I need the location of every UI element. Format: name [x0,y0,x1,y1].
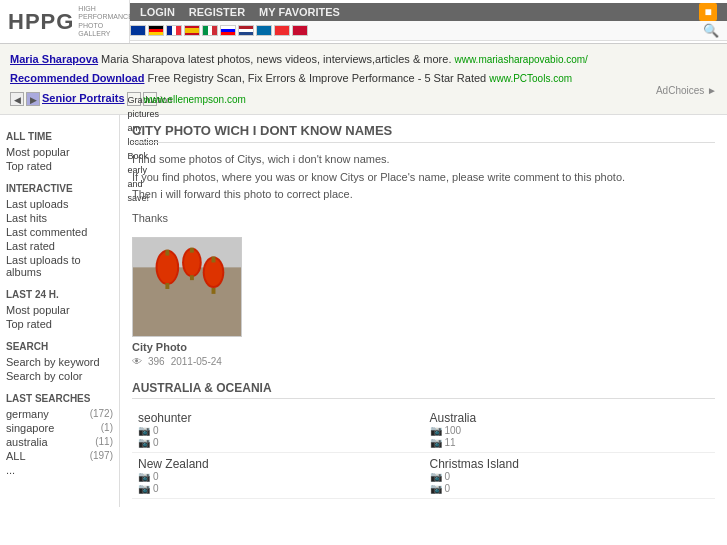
photo-stat-icon: 📷 [430,471,442,482]
svg-rect-5 [165,284,169,290]
sidebar-item-top-rated[interactable]: Top rated [6,159,113,173]
stat-val-5: 0 [153,471,159,482]
flag-se[interactable] [256,25,272,36]
country-name[interactable]: Australia [430,411,710,425]
all-time-title: ALL TIME [6,131,113,142]
ad-text-2: Free Registry Scan, Fix Errors & Improve… [148,72,487,84]
ad-prev-button[interactable]: ◀ [10,92,24,106]
sidebar: ALL TIME Most popular Top rated INTERACT… [0,115,120,507]
photo-date: 2011-05-24 [171,356,222,367]
last-searches-title: LAST SEARCHES [6,393,113,404]
country-stats: 📷 0 📷 0 [430,471,710,494]
search-count-australia: (11) [95,436,113,448]
flag-gb[interactable] [130,25,146,36]
flag-de[interactable] [148,25,164,36]
desc-line-3: Then i will forward this photo to correc… [132,186,715,204]
city-photo-image [133,237,241,337]
nav-register[interactable]: REGISTER [189,6,245,18]
header: HPPG HIGH PERFORMANCE PHOTO GALLERY LOGI… [0,0,727,44]
rss-icon[interactable]: ■ [699,3,717,21]
sidebar-item-last-uploads-albums[interactable]: Last uploads to albums [6,253,113,279]
last24-title: LAST 24 H. [6,289,113,300]
nav-login[interactable]: LOGIN [140,6,175,18]
ad-choices: AdChoices ► [656,82,717,99]
desc-line-2: If you find photos, where you was or kno… [132,169,715,187]
search-item-more[interactable]: ... [6,464,15,476]
photo-meta: 👁 396 2011-05-24 [132,356,252,367]
photo-views: 396 [148,356,165,367]
sidebar-item-last-commented[interactable]: Last commented [6,225,113,239]
flag-no[interactable] [274,25,290,36]
flags-row: 🔍 [130,21,727,41]
stat-row: 📷 100 [430,425,710,436]
sidebar-item-last-hits[interactable]: Last hits [6,211,113,225]
photo-thumb[interactable]: City Photo 👁 396 2011-05-24 [132,237,252,367]
search-item-germany[interactable]: germany [6,408,49,420]
sidebar-item-last-rated[interactable]: Last rated [6,239,113,253]
ad-link-2[interactable]: Recommended Download [10,72,144,84]
search-item: australia (11) [6,435,113,449]
search-item-singapore[interactable]: singapore [6,422,54,434]
table-row: New Zealand 📷 0 📷 0 [132,453,715,499]
ad-item-2: Recommended Download Free Registry Scan,… [10,69,717,88]
search-item-all[interactable]: ALL [6,450,26,462]
stat-row: 📷 0 [430,471,710,482]
svg-rect-8 [190,248,194,253]
search-item-australia[interactable]: australia [6,436,48,448]
flag-ru[interactable] [220,25,236,36]
sidebar-item-search-color[interactable]: Search by color [6,369,113,383]
ad-url-2: www.PCTools.com [489,73,572,84]
sidebar-item-most-popular-24[interactable]: Most popular [6,303,113,317]
thumb-stat-icon: 📷 [430,483,442,494]
ad-nav: ◀ ▶ Senior Portraits Graduation pictures… [10,89,157,108]
ad-next-button[interactable]: ▶ [26,92,40,106]
desc-line-thanks: Thanks [132,210,715,228]
svg-point-7 [184,250,200,276]
svg-rect-13 [212,288,216,294]
photo-stat-icon: 📷 [138,471,150,482]
search-item: ALL (197) [6,449,113,463]
svg-point-3 [158,252,178,283]
ad-url-3: www.ellenempson.com [143,92,157,106]
sidebar-item-top-rated-24[interactable]: Top rated [6,317,113,331]
flag-es[interactable] [184,25,200,36]
photo-placeholder [132,237,242,337]
svg-rect-4 [165,250,169,256]
views-icon: 👁 [132,356,142,367]
sidebar-item-search-keyword[interactable]: Search by keyword [6,355,113,369]
table-row: seohunter 📷 0 📷 0 [132,407,715,453]
thumb-stat-icon: 📷 [430,437,442,448]
desc-line-1: I find some photos of Citys, wich i don'… [132,151,715,169]
country-cell-right-2: Christmas Island 📷 0 📷 0 [424,453,716,499]
svg-point-11 [205,259,223,286]
flag-nl[interactable] [238,25,254,36]
stat-val-8: 0 [445,483,451,494]
search-count-germany: (172) [90,408,113,420]
main-layout: ALL TIME Most popular Top rated INTERACT… [0,115,727,507]
flag-fr[interactable] [166,25,182,36]
nav-favorites[interactable]: MY FAVORITES [259,6,340,18]
search-icon[interactable]: 🔍 [703,23,727,38]
content-area: CITY PHOTO WICH I DONT KNOW NAMES I find… [120,115,727,507]
sidebar-item-last-uploads[interactable]: Last uploads [6,197,113,211]
ad-text-3: Graduation pictures any location Book ea… [127,92,141,106]
country-name[interactable]: seohunter [138,411,418,425]
ad-link-1[interactable]: Maria Sharapova [10,53,98,65]
search-item: ... [6,463,113,477]
svg-rect-12 [212,257,216,263]
country-cell-right-1: Australia 📷 100 📷 11 [424,407,716,453]
country-name[interactable]: Christmas Island [430,457,710,471]
thumb-stat-icon: 📷 [138,483,150,494]
logo-area: HPPG HIGH PERFORMANCE PHOTO GALLERY [0,0,130,43]
sidebar-item-most-popular[interactable]: Most popular [6,145,113,159]
logo-subtitle: HIGH PERFORMANCE PHOTO GALLERY [78,5,132,39]
stat-row: 📷 0 [138,437,418,448]
flag-dk[interactable] [292,25,308,36]
interactive-title: INTERACTIVE [6,183,113,194]
australia-section-header: AUSTRALIA & OCEANIA [132,381,715,399]
stat-val-1: 0 [153,425,159,436]
ad-link-3[interactable]: Senior Portraits [42,89,125,108]
ad-text-1: Maria Sharapova latest photos, news vide… [101,53,451,65]
flag-it[interactable] [202,25,218,36]
country-name[interactable]: New Zealand [138,457,418,471]
